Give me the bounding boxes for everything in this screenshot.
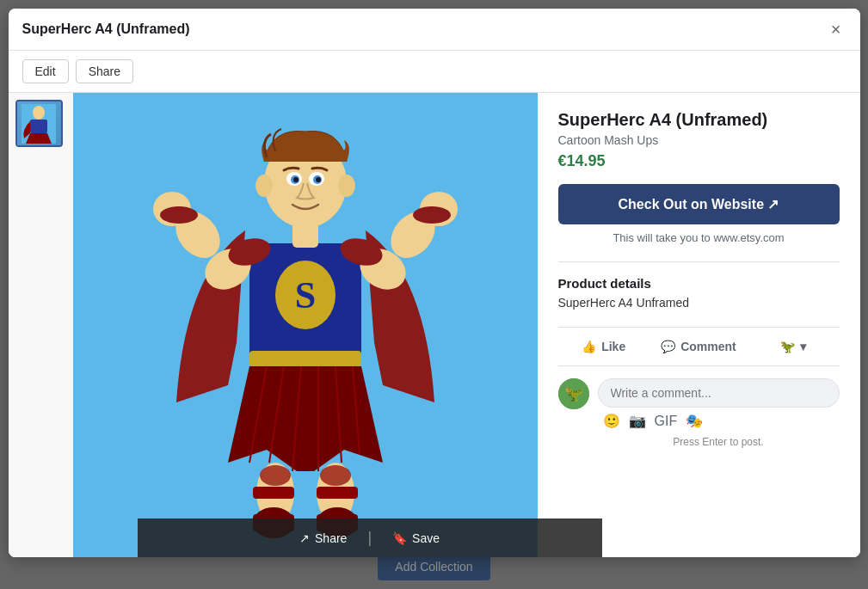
- image-save-label: Save: [412, 531, 440, 545]
- share-button[interactable]: Share: [76, 59, 133, 83]
- main-image-container: S: [73, 93, 538, 557]
- thumb-inner-1: [17, 101, 61, 145]
- bookmark-icon: 🔖: [392, 531, 407, 545]
- svg-point-39: [338, 175, 355, 197]
- image-section: S: [9, 93, 538, 557]
- svg-point-41: [320, 465, 351, 486]
- comment-hint: Press Enter to post.: [598, 436, 840, 448]
- thumbs-up-icon: 👍: [582, 340, 596, 353]
- modal-title: SuperHerc A4 (Unframed): [22, 21, 190, 37]
- svg-point-40: [260, 465, 291, 486]
- share-arrow-icon: ↗: [299, 531, 310, 545]
- product-price: €14.95: [558, 152, 840, 170]
- modal-header: SuperHerc A4 (Unframed) ×: [9, 9, 860, 51]
- social-actions-bar: 👍 Like 💬 Comment 🦖 ▾: [558, 327, 840, 366]
- like-button[interactable]: 👍 Like: [558, 333, 649, 360]
- product-details-text: SuperHerc A4 Unframed: [558, 296, 840, 310]
- divider-1: [558, 261, 840, 262]
- svg-point-22: [413, 206, 451, 224]
- svg-marker-3: [26, 133, 52, 144]
- hero-svg: S: [116, 101, 495, 549]
- dino-emoji: 🦖: [780, 340, 795, 353]
- checkout-button[interactable]: Check Out on Website ↗: [558, 184, 840, 224]
- svg-point-38: [255, 175, 273, 197]
- product-info-panel: SuperHerc A4 (Unframed) Cartoon Mash Ups…: [538, 93, 860, 557]
- commenter-avatar: 🦖: [558, 378, 589, 409]
- svg-rect-44: [292, 222, 318, 248]
- svg-rect-29: [253, 487, 294, 499]
- photo-button[interactable]: 📷: [627, 411, 648, 431]
- thumbnail-1[interactable]: [15, 100, 63, 147]
- emoji-button[interactable]: 🙂: [601, 411, 622, 431]
- main-product-image: S: [73, 93, 538, 557]
- image-share-label: Share: [315, 531, 347, 545]
- modal-body: S: [9, 93, 860, 557]
- product-seller: Cartoon Mash Ups: [558, 133, 840, 147]
- svg-rect-8: [249, 351, 361, 366]
- image-save-button[interactable]: 🔖 Save: [392, 531, 440, 545]
- svg-point-21: [160, 206, 198, 224]
- svg-text:🦖: 🦖: [564, 384, 584, 403]
- comment-area: 🦖 🙂 📷 GIF 🎭 Press Enter to post.: [558, 378, 840, 448]
- comment-input[interactable]: [598, 378, 840, 408]
- gif-button[interactable]: GIF: [653, 411, 680, 431]
- svg-rect-30: [317, 487, 358, 499]
- image-share-button[interactable]: ↗ Share: [299, 531, 347, 545]
- svg-point-36: [293, 177, 299, 182]
- comment-icon-toolbar: 🙂 📷 GIF 🎭: [598, 411, 840, 431]
- checkout-note: This will take you to www.etsy.com: [558, 231, 840, 244]
- comment-label: Comment: [680, 340, 736, 353]
- comment-icon: 💬: [661, 340, 675, 353]
- svg-rect-2: [30, 120, 47, 133]
- svg-point-1: [33, 106, 45, 120]
- comment-input-wrapper: 🙂 📷 GIF 🎭 Press Enter to post.: [598, 378, 840, 448]
- more-reactions-button[interactable]: 🦖 ▾: [748, 333, 839, 360]
- image-bottom-bar: ↗ Share | 🔖 Save: [138, 518, 602, 557]
- like-label: Like: [601, 340, 625, 353]
- edit-button[interactable]: Edit: [22, 59, 69, 83]
- product-modal: SuperHerc A4 (Unframed) × Edit Share: [9, 9, 860, 557]
- svg-point-37: [316, 177, 321, 182]
- modal-overlay: SuperHerc A4 (Unframed) × Edit Share: [0, 0, 868, 589]
- comment-button[interactable]: 💬 Comment: [653, 333, 744, 360]
- modal-toolbar: Edit Share: [9, 51, 860, 93]
- sticker-button[interactable]: 🎭: [684, 411, 705, 431]
- product-title: SuperHerc A4 (Unframed): [558, 110, 840, 130]
- svg-text:S: S: [294, 274, 315, 316]
- action-divider: |: [367, 529, 372, 547]
- product-details-heading: Product details: [558, 276, 840, 291]
- thumbnails-column: [9, 93, 73, 557]
- dropdown-chevron-icon: ▾: [800, 340, 806, 353]
- modal-close-button[interactable]: ×: [826, 19, 846, 40]
